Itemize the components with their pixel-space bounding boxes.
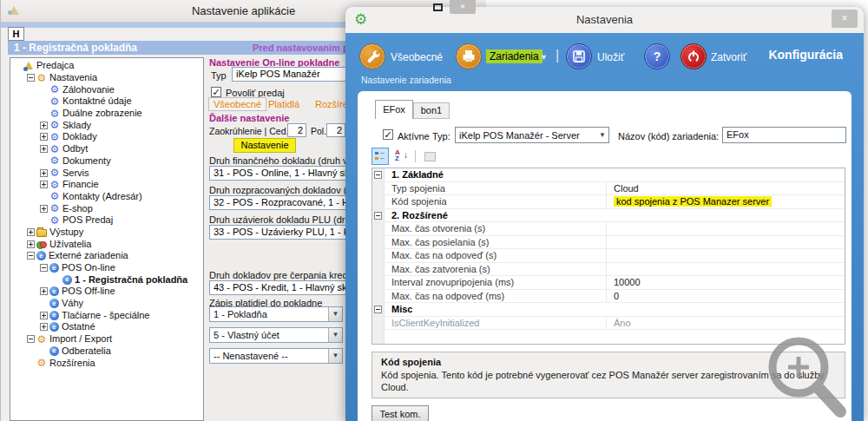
tree-item[interactable]: ⚙Rozšírenia — [10, 357, 203, 369]
tree-item[interactable]: ⚙Servis — [10, 167, 203, 179]
categorized-view-button[interactable] — [372, 148, 389, 165]
tree-item[interactable]: ⚙E-shop — [10, 202, 203, 214]
rounding-pol-input[interactable]: 2 — [326, 123, 345, 137]
tree-item[interactable]: ePOS On-line — [10, 262, 203, 274]
tree-indent — [40, 113, 49, 114]
settings-tree[interactable]: Predajca⚙Nastavenia⚙Zálohovanie⚙Kontaktn… — [10, 57, 204, 421]
allow-sale-checkbox[interactable]: ✓ — [211, 87, 221, 97]
property-grid[interactable]: 1. ZákladnéTyp spojeniaCloudKód spojenia… — [372, 168, 845, 345]
chevron-down-icon[interactable]: ▼ — [328, 349, 342, 363]
general-button[interactable] — [359, 43, 385, 69]
device-type-select[interactable]: iKelp POS Manažér - Server ▼ — [455, 127, 609, 143]
expand-icon[interactable] — [27, 240, 35, 248]
tree-item[interactable]: eExterné zariadenia — [10, 250, 203, 262]
save-button[interactable] — [566, 43, 592, 69]
tree-item[interactable]: ⚙Kontaktné údaje — [10, 95, 203, 108]
left-close-button[interactable]: × — [450, 0, 476, 14]
expand-icon[interactable] — [27, 228, 35, 236]
property-category-row[interactable]: Misc — [372, 303, 845, 317]
maximize-button[interactable] — [433, 3, 443, 11]
tree-item[interactable]: ⚙Financie — [10, 179, 203, 191]
tree-item[interactable]: eOstatné — [10, 321, 203, 333]
tree-item[interactable]: Užívatelia — [10, 238, 203, 250]
collapse-icon[interactable] — [374, 212, 382, 220]
save-label[interactable]: Uložiť — [597, 51, 624, 63]
tree-item[interactable]: ⚙POS Predaj — [10, 214, 203, 227]
tree-item[interactable]: ⚙Dokumenty — [10, 155, 203, 168]
expand-icon[interactable] — [40, 145, 48, 153]
tree-item-label: E-shop — [62, 203, 93, 214]
chevron-down-icon[interactable]: ▼ — [328, 307, 342, 321]
device-icon — [460, 48, 477, 65]
payment-select[interactable]: -- Nenastavené --▼ — [209, 348, 343, 364]
property-row[interactable]: Max. čas otvorenia (s) — [372, 222, 845, 236]
tree-item[interactable]: ⚙Doklady — [10, 131, 203, 143]
expand-icon[interactable] — [40, 122, 48, 129]
tree-item-label: POS Off-line — [62, 286, 115, 297]
property-category-row[interactable]: 2. Rozšírené — [372, 209, 845, 223]
help-button[interactable]: ? — [644, 43, 670, 69]
expand-icon[interactable] — [40, 133, 48, 141]
tree-item[interactable]: ⚙Zálohovanie — [10, 83, 203, 95]
property-row[interactable]: Kód spojeniakod spojenia z POS Manazer s… — [372, 195, 845, 209]
expand-icon[interactable] — [40, 169, 48, 177]
tree-item[interactable]: Predajca — [10, 60, 203, 72]
chevron-down-icon[interactable]: ▼ — [540, 53, 548, 62]
active-checkbox[interactable]: ✓ — [383, 129, 393, 140]
tree-item[interactable]: ⚙Nastavenia — [10, 72, 203, 84]
tree-item[interactable]: ⚙Duálne zobrazenie — [10, 108, 203, 120]
tab-bon1[interactable]: bon1 — [413, 102, 450, 119]
property-row[interactable]: Interval znovupripojenia (ms)10000 — [372, 276, 845, 290]
expand-icon[interactable] — [40, 323, 48, 331]
property-row[interactable]: Max. čas posielania (s) — [372, 236, 845, 250]
general-label[interactable]: Všeobecné — [391, 51, 443, 63]
device-name-input[interactable]: EFox — [722, 127, 846, 143]
expand-icon[interactable] — [40, 181, 48, 188]
settings-titlebar[interactable]: ⚙ Nastavenia × — [345, 7, 864, 33]
payment-select[interactable]: 1 - Pokladňa▼ — [209, 306, 343, 322]
tree-item[interactable]: eVáhy — [10, 298, 203, 310]
tree-item[interactable]: ⚙Sklady — [10, 119, 203, 131]
tree-item[interactable]: e1 - Registračná pokladňa — [10, 273, 203, 286]
collapse-icon[interactable] — [40, 264, 48, 272]
h-tab[interactable]: H — [8, 27, 24, 41]
rounding-ced-input[interactable]: 2 — [287, 123, 306, 137]
tree-indent — [40, 196, 49, 197]
tree-item[interactable]: eOdberatelia — [10, 345, 203, 358]
tree-item[interactable]: ⚙Import / Export — [10, 333, 203, 345]
tab-efox[interactable]: EFox — [375, 100, 413, 119]
tree-item[interactable]: Výstupy — [10, 227, 203, 239]
property-category-row[interactable]: 1. Základné — [372, 168, 845, 182]
tree-item[interactable]: ⚙Kontakty (Adresár) — [10, 191, 203, 203]
devices-button[interactable] — [456, 43, 482, 69]
tree-item[interactable]: ePOS Off-line — [10, 286, 203, 298]
gear-blue-icon: ⚙ — [49, 168, 60, 178]
tree-indent — [53, 280, 62, 280]
collapse-icon[interactable] — [27, 74, 35, 82]
expand-icon[interactable] — [40, 312, 48, 319]
property-row[interactable]: Typ spojeniaCloud — [372, 182, 845, 196]
collapse-icon[interactable] — [27, 335, 35, 343]
chevron-down-icon[interactable]: ▼ — [328, 328, 342, 342]
collapse-icon[interactable] — [374, 306, 382, 313]
test-communication-button[interactable]: Test kom. — [372, 405, 429, 421]
property-row[interactable]: Max. čas zatvorenia (s) — [372, 263, 845, 277]
close-toolbar-button[interactable] — [681, 43, 707, 69]
property-row[interactable]: Max. čas na odpoveď (s) — [372, 249, 845, 263]
alphabetical-sort-button[interactable]: AZ↓ — [392, 148, 410, 165]
collapse-icon[interactable] — [374, 171, 382, 179]
close-icon[interactable]: × — [832, 10, 858, 28]
close-toolbar-label[interactable]: Zatvoriť — [711, 51, 746, 63]
expand-icon[interactable] — [40, 287, 48, 295]
tree-item[interactable]: ⚙Odbyt — [10, 143, 203, 155]
nastavenie-button[interactable]: Nastavenie — [233, 138, 296, 153]
panel-tab-platidlá[interactable]: Platidlá — [268, 99, 299, 109]
collapse-icon[interactable] — [27, 252, 35, 260]
tree-item[interactable]: eTlačiarne - špeciálne — [10, 309, 203, 321]
help-icon: ? — [654, 49, 661, 63]
panel-tab-všeobecné[interactable]: Všeobecné — [208, 97, 266, 111]
property-row[interactable]: Max. čas na odpoveď (ms)0 — [372, 290, 845, 304]
devices-label[interactable]: Zariadenia — [486, 49, 542, 63]
expand-icon[interactable] — [40, 205, 48, 213]
payment-select[interactable]: 5 - Vlastný účet▼ — [209, 327, 343, 343]
